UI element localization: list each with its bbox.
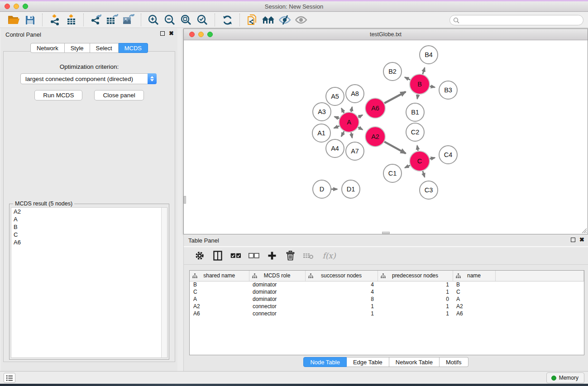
graph-node-A8[interactable]: A8 [346, 85, 364, 103]
column-header[interactable]: successor nodes [305, 271, 378, 281]
export-table-icon[interactable] [104, 13, 120, 27]
graph-node-A2[interactable]: A2 [365, 127, 385, 147]
network-graph[interactable]: B4B2BB3A5A8A6A3B1AA1C2A2A4A7C4CC1C3DD1 [184, 40, 588, 234]
zoom-in-icon[interactable] [145, 13, 162, 27]
graph-node-C1[interactable]: C1 [383, 164, 402, 182]
task-history-button[interactable] [4, 373, 15, 383]
graph-node-A5[interactable]: A5 [326, 87, 344, 105]
add-column-icon[interactable] [266, 249, 278, 262]
graph-edge[interactable] [341, 131, 344, 136]
result-list-item[interactable]: C [11, 231, 167, 238]
float-panel-icon[interactable] [160, 31, 165, 36]
export-image-icon[interactable] [120, 13, 137, 27]
tab-mcds[interactable]: MCDS [119, 43, 148, 53]
graph-node-A6[interactable]: A6 [365, 98, 385, 118]
optimization-criterion-dropdown[interactable]: largest connected component (directed) [20, 73, 157, 84]
graph-edge[interactable] [351, 133, 352, 138]
scrollbar-grip-left[interactable] [184, 196, 186, 204]
graph-node-B3[interactable]: B3 [439, 81, 457, 99]
graph-edge[interactable] [405, 77, 410, 80]
tab-edge-table[interactable]: Edge Table [347, 357, 389, 367]
tab-style[interactable]: Style [65, 43, 90, 53]
graph-edge[interactable] [358, 127, 363, 129]
open-file-icon[interactable] [5, 13, 22, 27]
zoom-fit-icon[interactable] [178, 13, 194, 27]
close-table-panel-icon[interactable]: ✖ [579, 238, 584, 242]
graph-node-A4[interactable]: A4 [326, 139, 344, 157]
table-row[interactable]: A2connector11A2 [190, 303, 584, 310]
title-bar[interactable]: Session: New Session [0, 1, 588, 12]
close-panel-icon[interactable]: ✖ [169, 31, 174, 36]
graph-edge[interactable] [351, 107, 352, 112]
graph-node-C2[interactable]: C2 [406, 123, 424, 141]
tab-network-table[interactable]: Network Table [389, 357, 440, 367]
deselect-all-rows-icon[interactable] [248, 249, 260, 262]
table-settings-gear-icon[interactable] [194, 249, 206, 262]
run-mcds-button[interactable]: Run MCDS [34, 90, 82, 100]
result-list-item[interactable]: A [11, 215, 167, 223]
graph-edge[interactable] [417, 95, 418, 99]
select-all-rows-icon[interactable] [230, 249, 242, 262]
graph-edge[interactable] [334, 126, 339, 128]
graph-node-B[interactable]: B [410, 74, 430, 94]
tab-motifs[interactable]: Motifs [440, 357, 468, 367]
graph-edge[interactable] [335, 117, 339, 119]
graph-node-C[interactable]: C [410, 151, 430, 171]
network-canvas[interactable]: B4B2BB3A5A8A6A3B1AA1C2A2A4A7C4CC1C3DD1 [184, 40, 588, 234]
graph-edge[interactable] [423, 68, 425, 74]
import-table-icon[interactable] [63, 13, 79, 27]
search-input[interactable] [449, 15, 583, 25]
graph-node-A7[interactable]: A7 [346, 142, 364, 160]
table-row[interactable]: Cdominator41C [190, 288, 584, 295]
mcds-result-list[interactable]: A2ABCA6 [11, 207, 167, 358]
graph-node-C4[interactable]: C4 [439, 146, 457, 164]
tab-network[interactable]: Network [30, 43, 65, 53]
graph-edge[interactable] [358, 115, 362, 117]
refresh-icon[interactable] [219, 13, 235, 27]
column-header[interactable]: shared name [190, 271, 249, 281]
result-list-item[interactable]: A2 [11, 208, 167, 215]
graph-node-A3[interactable]: A3 [313, 103, 331, 121]
graph-edge[interactable] [384, 92, 406, 103]
node-table[interactable]: shared nameMCDS rolesuccessor nodesprede… [189, 270, 584, 355]
graph-node-B2[interactable]: B2 [383, 62, 402, 81]
export-network-icon[interactable] [88, 13, 104, 27]
zoom-selected-icon[interactable] [194, 13, 210, 27]
clone-network-icon[interactable] [244, 13, 260, 27]
result-list-item[interactable]: A6 [11, 238, 167, 246]
tab-node-table[interactable]: Node Table [303, 357, 347, 367]
graph-node-B4[interactable]: B4 [420, 46, 438, 64]
column-header[interactable]: MCDS role [249, 271, 305, 281]
show-all-icon[interactable] [293, 13, 309, 27]
graph-node-D1[interactable]: D1 [342, 180, 360, 198]
graph-node-C3[interactable]: C3 [420, 181, 438, 199]
graph-node-A1[interactable]: A1 [312, 124, 330, 142]
table-row[interactable]: Adominator80A [190, 295, 584, 303]
column-header[interactable]: predecessor nodes [378, 271, 453, 281]
graph-edge[interactable] [384, 142, 406, 153]
graph-edge[interactable] [430, 158, 435, 159]
graph-edge[interactable] [430, 86, 435, 87]
graph-edge[interactable] [341, 108, 344, 113]
close-panel-button[interactable]: Close panel [94, 90, 143, 100]
import-network-icon[interactable] [47, 13, 63, 27]
graph-node-A[interactable]: A [339, 112, 359, 132]
column-header[interactable]: name [453, 271, 495, 281]
result-list-scrollbar[interactable] [161, 208, 167, 357]
table-row[interactable]: Bdominator41B [190, 281, 584, 288]
delete-column-trash-icon[interactable] [284, 249, 296, 262]
show-columns-icon[interactable] [212, 249, 224, 262]
resize-grip-icon[interactable] [581, 228, 587, 234]
graph-edge[interactable] [423, 171, 425, 177]
graph-node-D[interactable]: D [313, 180, 331, 198]
graph-edge[interactable] [417, 146, 418, 151]
zoom-out-icon[interactable] [162, 13, 178, 27]
tab-select[interactable]: Select [90, 43, 119, 53]
network-window-titlebar[interactable]: testGlobe.txt [184, 29, 588, 40]
memory-button[interactable]: Memory [546, 372, 584, 383]
save-session-icon[interactable] [22, 13, 38, 27]
float-table-panel-icon[interactable] [571, 238, 575, 242]
graph-edge[interactable] [405, 165, 410, 167]
scrollbar-grip-bottom[interactable] [382, 232, 390, 234]
result-list-item[interactable]: B [11, 223, 167, 231]
